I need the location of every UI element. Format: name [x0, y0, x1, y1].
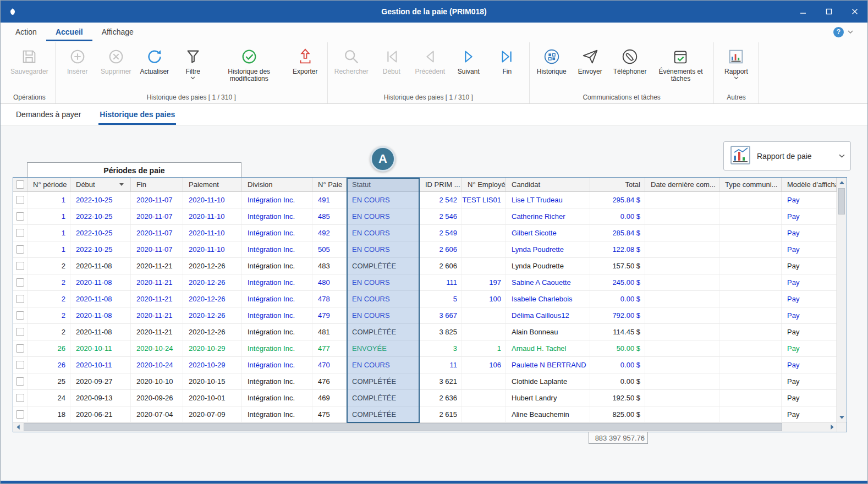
scroll-down-button[interactable] — [837, 413, 846, 422]
save-button[interactable]: Sauvegarder — [7, 42, 52, 75]
column-header-division[interactable]: Division — [242, 178, 312, 191]
menu-tab-accueil[interactable]: Accueil — [46, 23, 92, 41]
column-header-datecom[interactable]: Date dernière com... — [645, 178, 719, 191]
table-row[interactable]: 12022-10-252020-11-072020-11-10Intégrati… — [13, 225, 837, 241]
sort-indicator-icon[interactable] — [119, 183, 124, 186]
row-checkbox[interactable] — [16, 410, 24, 419]
row-select-cell[interactable] — [13, 274, 28, 290]
insert-button[interactable]: Insérer — [58, 42, 97, 75]
report-icon — [726, 47, 746, 67]
chevron-down-icon[interactable] — [848, 30, 853, 34]
row-select-cell[interactable] — [13, 357, 28, 373]
table-row[interactable]: 22020-11-082020-11-212020-12-26Intégrati… — [13, 291, 837, 307]
horizontal-scroll-thumb[interactable] — [24, 423, 782, 431]
row-checkbox[interactable] — [16, 295, 24, 303]
table-row[interactable]: 22020-11-082020-11-212020-12-26Intégrati… — [13, 274, 837, 291]
row-select-cell[interactable] — [13, 225, 28, 241]
minimize-button[interactable] — [790, 1, 816, 23]
row-select-cell[interactable] — [13, 291, 28, 307]
events-tasks-button[interactable]: Événements et tâches — [650, 42, 711, 82]
row-select-cell[interactable] — [13, 340, 28, 356]
vertical-scroll-thumb[interactable] — [838, 188, 845, 215]
table-row[interactable]: 252020-09-272020-10-102020-10-15Intégrat… — [13, 373, 837, 390]
column-header-total[interactable]: Total — [590, 178, 645, 191]
row-select-cell[interactable] — [13, 208, 28, 224]
row-select-cell[interactable] — [13, 324, 28, 340]
horizontal-scrollbar[interactable] — [13, 422, 837, 432]
table-row[interactable]: 182020-06-212020-07-042020-07-09Intégrat… — [13, 406, 837, 422]
history-button[interactable]: Historique — [532, 42, 571, 75]
header-select-all-cell[interactable] — [13, 178, 28, 191]
report-button[interactable]: Rapport — [717, 42, 755, 79]
table-row[interactable]: 262020-10-112020-10-242020-10-29Intégrat… — [13, 357, 837, 373]
table-row[interactable]: 12022-10-252020-11-072020-11-10Intégrati… — [13, 192, 837, 208]
row-checkbox[interactable] — [16, 212, 24, 221]
column-header-candidat[interactable]: Candidat — [506, 178, 590, 191]
scroll-up-button[interactable] — [837, 178, 846, 187]
maximize-button[interactable] — [816, 1, 842, 23]
modifications-history-button[interactable]: Historique des modifications — [212, 42, 286, 82]
phone-button[interactable]: Téléphoner — [609, 42, 651, 75]
refresh-button[interactable]: Actualiser — [135, 42, 174, 75]
table-row[interactable]: 22020-11-082020-11-212020-12-26Intégrati… — [13, 258, 837, 274]
send-button[interactable]: Envoyer — [571, 42, 609, 75]
row-select-cell[interactable] — [13, 241, 28, 257]
row-checkbox[interactable] — [16, 394, 24, 402]
close-button[interactable] — [842, 1, 867, 23]
table-row[interactable]: 22020-11-082020-11-212020-12-26Intégrati… — [13, 307, 837, 324]
table-row[interactable]: 242020-09-132020-09-262020-10-01Intégrat… — [13, 390, 837, 406]
cell-paie: 475 — [312, 406, 347, 422]
tab-historique-des-paies[interactable]: Historique des paies — [98, 104, 176, 125]
last-button[interactable]: Fin — [488, 42, 526, 75]
filter-button[interactable]: Filtre — [174, 42, 212, 79]
scroll-left-button[interactable] — [13, 422, 23, 432]
row-checkbox[interactable] — [16, 278, 24, 287]
column-header-paiement[interactable]: Paiement — [183, 178, 242, 191]
row-checkbox[interactable] — [16, 262, 24, 270]
table-row[interactable]: 22020-11-082020-11-212020-12-26Intégrati… — [13, 324, 837, 340]
search-button[interactable]: Rechercher — [331, 42, 372, 75]
menu-tab-affichage[interactable]: Affichage — [92, 23, 143, 41]
menu-tab-action[interactable]: Action — [6, 23, 46, 41]
scroll-right-button[interactable] — [827, 422, 837, 432]
row-checkbox[interactable] — [16, 361, 24, 369]
row-checkbox[interactable] — [16, 311, 24, 320]
column-header-debut[interactable]: Début — [70, 178, 131, 191]
column-header-typecom[interactable]: Type communi... — [719, 178, 782, 191]
column-header-employe[interactable]: N° Employé — [462, 178, 506, 191]
column-header-fin[interactable]: Fin — [131, 178, 183, 191]
row-checkbox[interactable] — [16, 377, 24, 386]
row-select-cell[interactable] — [13, 258, 28, 274]
previous-button[interactable]: Précédent — [411, 42, 449, 75]
column-header-paie[interactable]: N° Paie — [312, 178, 347, 191]
row-select-cell[interactable] — [13, 406, 28, 422]
export-button[interactable]: Exporter — [286, 42, 325, 75]
column-header-statut[interactable]: Statut — [347, 178, 420, 191]
column-header-periode[interactable]: N° période — [28, 178, 70, 191]
row-checkbox[interactable] — [16, 245, 24, 254]
tab-demandes-a-payer[interactable]: Demandes à payer — [15, 104, 82, 125]
table-row[interactable]: 12022-10-252020-11-072020-11-10Intégrati… — [13, 208, 837, 225]
cell-modele: Pay — [782, 225, 837, 241]
row-checkbox[interactable] — [16, 328, 24, 336]
row-select-cell[interactable] — [13, 373, 28, 389]
select-all-checkbox[interactable] — [16, 180, 24, 189]
help-icon[interactable]: ? — [833, 27, 844, 37]
row-checkbox[interactable] — [16, 229, 24, 237]
cell-modele: Pay — [782, 192, 837, 208]
table-row[interactable]: 12022-10-252020-11-072020-11-10Intégrati… — [13, 241, 837, 258]
vertical-scrollbar[interactable] — [837, 178, 846, 422]
row-select-cell[interactable] — [13, 307, 28, 323]
first-button[interactable]: Début — [372, 42, 411, 75]
report-dropdown[interactable]: Rapport de paie — [723, 141, 851, 170]
row-select-cell[interactable] — [13, 192, 28, 208]
row-select-cell[interactable] — [13, 390, 28, 406]
column-header-idprim[interactable]: ID PRIM ... — [420, 178, 462, 191]
row-checkbox[interactable] — [16, 344, 24, 353]
row-checkbox[interactable] — [16, 196, 24, 204]
delete-button[interactable]: Supprimer — [97, 42, 135, 75]
table-row[interactable]: 262020-10-112020-10-242020-10-29Intégrat… — [13, 340, 837, 357]
ribbon-group-caption: Historique des paies [ 1 / 310 ] — [58, 91, 325, 103]
next-button[interactable]: Suivant — [449, 42, 488, 75]
column-header-modele[interactable]: Modèle d'affichage — [782, 178, 837, 191]
